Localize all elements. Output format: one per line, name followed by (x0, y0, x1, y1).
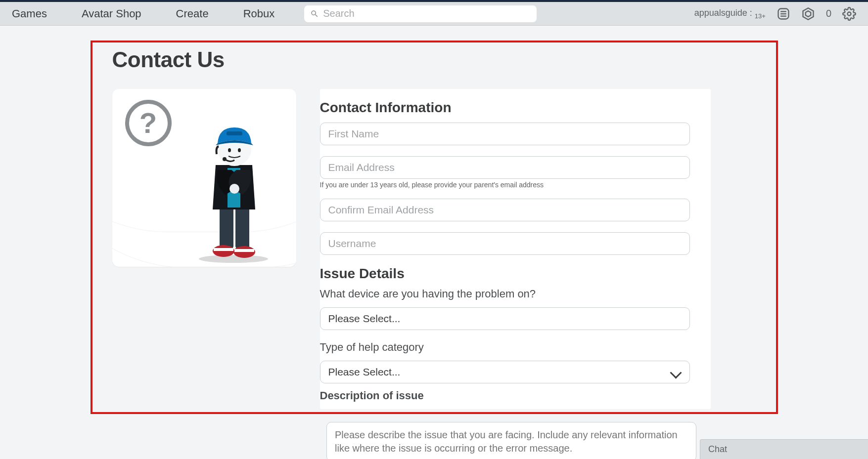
issue-details-heading: Issue Details (320, 266, 711, 282)
device-select-wrap: Please Select... (320, 307, 690, 330)
nav-games[interactable]: Games (12, 7, 47, 20)
username-text: appualsguide (694, 8, 747, 18)
svg-point-17 (228, 148, 231, 152)
nav-robux[interactable]: Robux (243, 7, 275, 20)
search-input[interactable] (323, 8, 531, 19)
category-select[interactable]: Please Select... (320, 361, 690, 383)
topbar: Games Avatar Shop Create Robux appualsgu… (0, 2, 868, 26)
highlight-region: Contact Us ? (91, 41, 778, 414)
svg-point-15 (229, 184, 239, 194)
chat-tab[interactable]: Chat (700, 439, 868, 459)
form-panel: Contact Information If you are under 13 … (320, 89, 711, 409)
username-field[interactable] (320, 232, 690, 255)
svg-marker-5 (806, 11, 811, 17)
device-label: What device are you having the problem o… (320, 288, 711, 300)
username-label[interactable]: appualsguide : 13+ (694, 8, 766, 20)
description-area-wrap (326, 422, 696, 459)
confirm-email-field[interactable] (320, 199, 690, 221)
svg-point-18 (238, 148, 241, 152)
help-avatar-card: ? (112, 89, 296, 267)
description-label: Description of issue (320, 389, 711, 402)
description-textarea[interactable] (326, 422, 696, 459)
nav-links: Games Avatar Shop Create Robux (12, 7, 274, 20)
search-icon (310, 9, 319, 18)
settings-icon[interactable] (842, 7, 856, 21)
username-sep: : (747, 8, 755, 18)
svg-point-7 (199, 255, 268, 263)
svg-rect-8 (220, 205, 233, 249)
svg-rect-19 (227, 131, 242, 135)
contact-info-heading: Contact Information (320, 100, 711, 123)
category-label: Type of help category (320, 341, 711, 354)
topbar-right: appualsguide : 13+ 0 (694, 7, 856, 21)
svg-rect-9 (235, 205, 249, 249)
chat-label: Chat (708, 444, 727, 455)
nav-create[interactable]: Create (176, 7, 209, 20)
category-select-wrap: Please Select... (320, 361, 690, 383)
first-name-field[interactable] (320, 123, 690, 145)
svg-point-6 (848, 12, 851, 15)
email-field[interactable] (320, 156, 690, 179)
nav-avatar-shop[interactable]: Avatar Shop (82, 7, 141, 20)
email-helper-text: If you are under 13 years old, please pr… (320, 181, 711, 189)
page-title: Contact Us (112, 47, 756, 72)
robux-count: 0 (826, 8, 831, 19)
question-mark-icon: ? (125, 100, 172, 146)
svg-marker-4 (803, 8, 813, 19)
device-select[interactable]: Please Select... (320, 307, 690, 330)
columns: ? (112, 89, 756, 409)
avatar-image (189, 111, 278, 264)
search-box[interactable] (304, 5, 537, 22)
page-content: Contact Us ? (0, 26, 868, 414)
svg-rect-12 (214, 248, 233, 251)
notifications-icon[interactable] (777, 7, 790, 21)
robux-icon[interactable] (801, 7, 815, 21)
age-badge: 13+ (755, 12, 766, 19)
svg-rect-13 (234, 249, 254, 252)
